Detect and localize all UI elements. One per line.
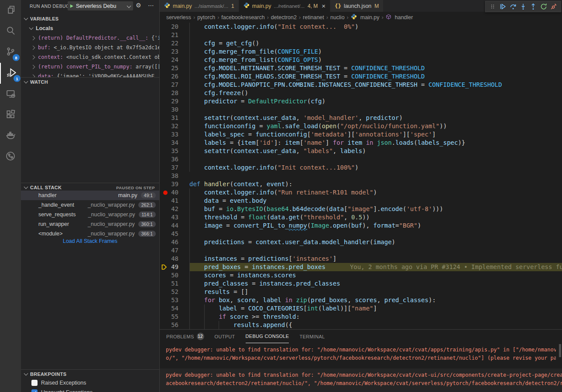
line-number-gutter[interactable]: 34 xyxy=(160,139,189,147)
line-number-gutter[interactable]: 50 xyxy=(160,271,189,280)
line-number-gutter[interactable]: 35 xyxy=(160,147,189,155)
tab-debug-console[interactable]: DEBUG CONSOLE xyxy=(246,330,289,343)
restart-icon[interactable] xyxy=(539,2,548,11)
line-number-gutter[interactable]: 31 xyxy=(160,114,189,122)
checkbox-unchecked[interactable] xyxy=(31,380,38,386)
breadcrumb-item-main-py[interactable]: main.py xyxy=(351,14,380,21)
checkbox-checked[interactable] xyxy=(31,389,38,392)
activity-item-source-control[interactable]: 8 xyxy=(0,42,21,63)
call-stack-frame[interactable]: serve_requests_nuclio_wrapper.py114:1 xyxy=(21,210,159,219)
tab-problems[interactable]: PROBLEMS 12 xyxy=(166,330,204,343)
watch-section-header[interactable]: WATCH xyxy=(21,77,159,86)
line-number-gutter[interactable]: 39 xyxy=(160,180,189,188)
tab-output[interactable]: OUTPUT xyxy=(215,330,235,343)
activity-item-explorer[interactable] xyxy=(0,0,21,21)
line-number-gutter[interactable]: 48 xyxy=(160,255,189,263)
line-number-gutter[interactable]: 51 xyxy=(160,280,189,288)
code-token: )} xyxy=(458,139,465,146)
line-number-gutter[interactable]: 25 xyxy=(160,64,189,72)
line-number-gutter[interactable]: 21 xyxy=(160,31,189,39)
line-number-gutter[interactable]: 47 xyxy=(160,246,189,255)
drag-grip-icon[interactable] xyxy=(488,2,497,11)
line-number-gutter[interactable]: 44 xyxy=(160,222,189,230)
variable-row[interactable]: buf:<_io.BytesIO object at 0x7f5a2dc1ecc… xyxy=(21,43,159,52)
editor-tab-main-py-1[interactable]: main.py.../retinanet/...4, M× xyxy=(239,0,330,12)
activity-item-search[interactable] xyxy=(0,21,21,42)
line-number-gutter[interactable]: 30 xyxy=(160,106,189,114)
call-stack-section-header[interactable]: CALL STACK PAUSED ON STEP xyxy=(21,183,159,191)
line-number-gutter[interactable]: 56 xyxy=(160,321,189,329)
line-number-gutter[interactable]: 38 xyxy=(160,172,189,180)
activity-item-docker[interactable] xyxy=(0,126,21,147)
continue-icon[interactable] xyxy=(498,2,507,11)
breadcrumb-item-handler[interactable]: handler xyxy=(386,14,413,21)
line-number-gutter[interactable]: 28 xyxy=(160,89,189,97)
line-number-gutter[interactable]: 36 xyxy=(160,155,189,164)
line-number-gutter[interactable]: 49 xyxy=(160,263,189,271)
code-token: = { xyxy=(226,139,241,146)
line-number-gutter[interactable]: 33 xyxy=(160,130,189,139)
step-over-icon[interactable] xyxy=(509,2,517,11)
line-number-gutter[interactable]: 37 xyxy=(160,164,189,172)
disconnect-icon[interactable] xyxy=(549,2,558,11)
activity-item-git-graph[interactable] xyxy=(0,147,21,167)
breakpoint-dot[interactable] xyxy=(163,191,168,195)
variable-row[interactable]: context:<nuclio_sdk.context.Context obje… xyxy=(21,52,159,62)
line-number-gutter[interactable]: 22 xyxy=(160,39,189,48)
line-number-gutter[interactable]: 55 xyxy=(160,313,189,321)
breadcrumb-item-serverless[interactable]: serverless xyxy=(166,14,191,20)
line-number-gutter[interactable]: 52 xyxy=(160,288,189,296)
variables-section-header[interactable]: VARIABLES xyxy=(21,14,159,23)
close-icon[interactable]: × xyxy=(322,2,326,10)
activity-item-remote-explorer[interactable] xyxy=(0,84,21,105)
line-number-gutter[interactable]: 20 xyxy=(160,23,189,31)
call-stack-frame[interactable]: <module>_nuclio_wrapper.py366:1 xyxy=(21,229,159,239)
code-token: ]. xyxy=(374,205,381,212)
line-number-gutter[interactable]: 29 xyxy=(160,97,189,106)
code-editor[interactable]: 20context.logger.info("Init context... 0… xyxy=(160,23,562,329)
code-token: instances.pred_classes xyxy=(259,280,340,287)
variable-row[interactable]: (return) convert_PIL_to_numpy:array([[[ … xyxy=(21,62,159,72)
breakpoints-section-header[interactable]: BREAKPOINTS xyxy=(21,369,159,378)
load-all-stack-frames-link[interactable]: Load All Stack Frames xyxy=(21,238,159,244)
activity-item-run-and-debug[interactable]: 1 xyxy=(0,63,22,84)
line-number-gutter[interactable]: 23 xyxy=(160,48,189,56)
call-stack-frame[interactable]: handlermain.py49:1 xyxy=(21,191,159,200)
more-actions-icon[interactable]: ⋯ xyxy=(148,2,154,9)
code-token: . xyxy=(329,222,332,229)
call-stack-frame[interactable]: run_wrapper_nuclio_wrapper.py360:1 xyxy=(21,219,159,229)
line-number-gutter[interactable]: 42 xyxy=(160,205,189,213)
panel-scrollbar[interactable] xyxy=(559,344,561,357)
code-token: COCO_CATEGORIES xyxy=(248,305,303,312)
breadcrumb-item-facebookresearch[interactable]: facebookresearch xyxy=(221,14,264,20)
editor-tab-launch-json-2[interactable]: {}launch.jsonM xyxy=(330,0,384,12)
line-number-gutter[interactable]: 32 xyxy=(160,122,189,130)
variable-row[interactable]: (return) DefaultPredictor.__call__:{'ins… xyxy=(21,33,159,43)
tab-terminal[interactable]: TERMINAL xyxy=(299,330,325,343)
breadcrumb-item-pytorch[interactable]: pytorch xyxy=(197,14,215,20)
line-number-gutter[interactable]: 40 xyxy=(160,188,189,197)
step-into-icon[interactable] xyxy=(519,2,528,11)
line-number-gutter[interactable]: 41 xyxy=(160,197,189,205)
breakpoint-row[interactable]: Uncaught Exceptions xyxy=(21,388,159,392)
variable-row[interactable]: data:{'image': 'iVBORw0KGc=AAAANSUhE… xyxy=(21,72,159,77)
call-stack-frame[interactable]: _handle_event_nuclio_wrapper.py262:1 xyxy=(21,200,159,210)
locals-scope[interactable]: Locals xyxy=(21,24,159,33)
line-number-gutter[interactable]: 24 xyxy=(160,56,189,64)
line-number-gutter[interactable]: 54 xyxy=(160,304,189,313)
line-number-gutter[interactable]: 45 xyxy=(160,230,189,238)
breakpoint-row[interactable]: Raised Exceptions xyxy=(21,378,159,388)
breadcrumb-item-retinanet[interactable]: retinanet xyxy=(303,14,324,20)
line-number-gutter[interactable]: 53 xyxy=(160,296,189,304)
line-number-gutter[interactable]: 27 xyxy=(160,81,189,89)
gear-icon[interactable]: ⚙ xyxy=(136,2,141,9)
step-out-icon[interactable] xyxy=(529,2,538,11)
launch-config-dropdown[interactable]: Serverless Debu xyxy=(68,1,133,10)
breadcrumb-item-nuclio[interactable]: nuclio xyxy=(330,14,345,20)
line-number-gutter[interactable]: 46 xyxy=(160,238,189,246)
line-number-gutter[interactable]: 26 xyxy=(160,72,189,81)
editor-tab-main-py-0[interactable]: main.py.../siammask/...1 xyxy=(160,0,239,12)
activity-item-extensions[interactable] xyxy=(0,105,21,126)
breadcrumb-item-detectron2[interactable]: detectron2 xyxy=(271,14,297,20)
line-number-gutter[interactable]: 43 xyxy=(160,213,189,222)
